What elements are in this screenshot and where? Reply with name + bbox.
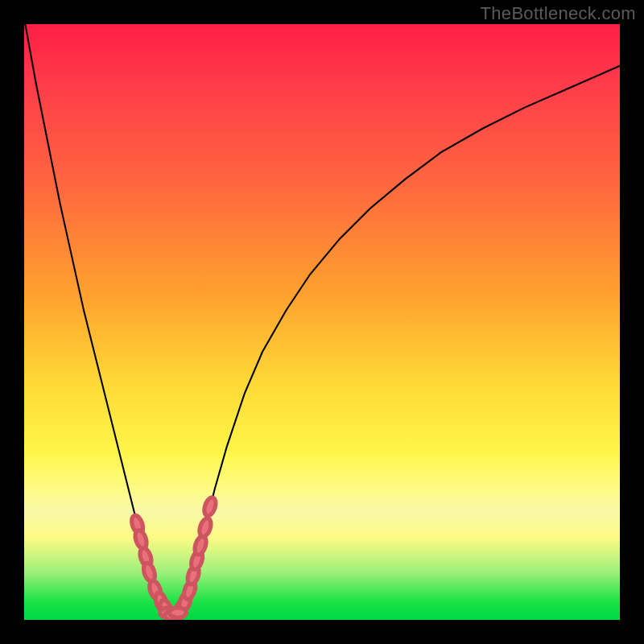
chart-frame: TheBottleneck.com (0, 0, 644, 644)
watermark-text: TheBottleneck.com (481, 3, 636, 24)
plot-gradient-background (24, 24, 620, 620)
